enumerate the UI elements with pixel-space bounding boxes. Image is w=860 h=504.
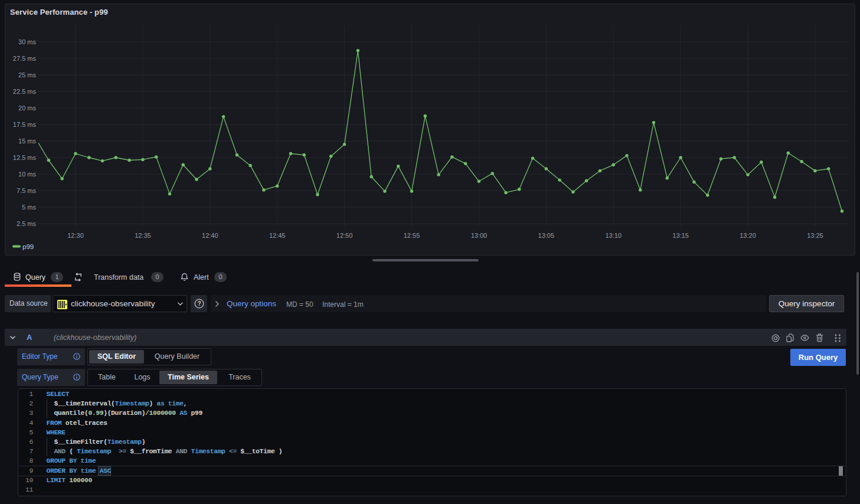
svg-text:?: ? xyxy=(197,300,201,307)
svg-text:22.5 ms: 22.5 ms xyxy=(13,88,37,95)
svg-text:13:20: 13:20 xyxy=(740,232,756,239)
svg-text:13:00: 13:00 xyxy=(471,232,488,239)
svg-text:13:25: 13:25 xyxy=(807,232,823,239)
svg-text:p99: p99 xyxy=(22,243,34,250)
svg-text:12:40: 12:40 xyxy=(202,232,218,239)
svg-text:12:35: 12:35 xyxy=(135,232,151,239)
svg-text:13:05: 13:05 xyxy=(538,232,555,239)
svg-text:12:55: 12:55 xyxy=(404,232,420,239)
svg-text:2.5 ms: 2.5 ms xyxy=(17,220,37,227)
svg-text:12:45: 12:45 xyxy=(269,232,286,239)
svg-text:30 ms: 30 ms xyxy=(18,38,36,45)
svg-text:13:10: 13:10 xyxy=(605,232,622,239)
svg-text:20 ms: 20 ms xyxy=(18,104,36,112)
svg-text:7.5 ms: 7.5 ms xyxy=(17,187,37,194)
svg-text:12:30: 12:30 xyxy=(67,232,84,239)
svg-text:17.5 ms: 17.5 ms xyxy=(13,121,37,128)
svg-text:12:50: 12:50 xyxy=(336,232,353,239)
svg-text:13:15: 13:15 xyxy=(672,232,689,239)
svg-text:15 ms: 15 ms xyxy=(18,138,36,145)
svg-text:12.5 ms: 12.5 ms xyxy=(13,154,37,161)
svg-text:25 ms: 25 ms xyxy=(18,71,36,78)
svg-text:27.5 ms: 27.5 ms xyxy=(13,55,37,62)
svg-text:10 ms: 10 ms xyxy=(18,171,36,178)
svg-text:5 ms: 5 ms xyxy=(22,204,36,211)
